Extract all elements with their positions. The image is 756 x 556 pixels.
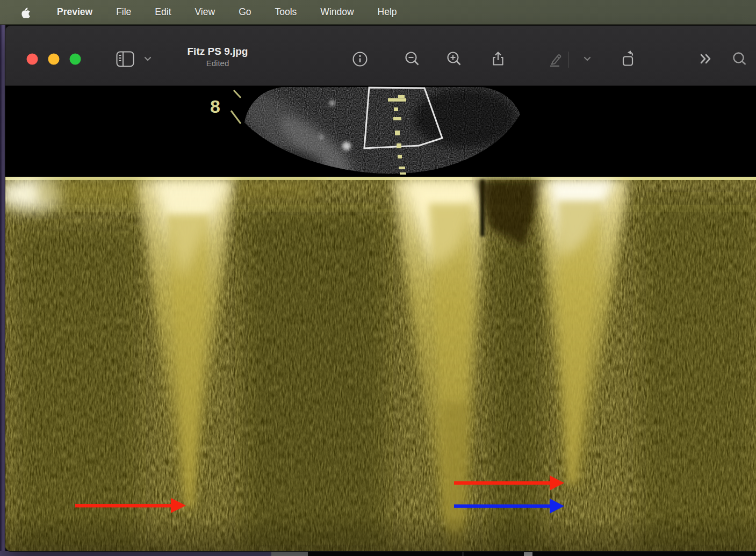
apple-menu-icon[interactable] <box>20 6 33 19</box>
menu-item-help[interactable]: Help <box>378 6 397 18</box>
menu-item-go[interactable]: Go <box>239 6 251 18</box>
menu-item-view[interactable]: View <box>195 6 215 18</box>
toolbar-divider <box>568 52 569 68</box>
depth-scale-label: 8 <box>210 96 220 117</box>
window-title-block: Fitz PS 9.jpg Edited <box>164 45 271 69</box>
menu-item-file[interactable]: File <box>116 6 131 18</box>
desktop-bottom-strip <box>0 551 271 556</box>
background-window-divider <box>462 551 464 556</box>
markup-chevron-down-icon[interactable] <box>582 54 600 72</box>
menu-item-preview[interactable]: Preview <box>57 6 92 18</box>
rotate-left-icon[interactable] <box>620 50 638 68</box>
close-button[interactable] <box>27 54 38 65</box>
sidebar-toggle-icon[interactable] <box>116 50 134 68</box>
window-title: Fitz PS 9.jpg <box>164 45 271 58</box>
menu-bar: Preview File Edit View Go Tools Window H… <box>0 0 756 25</box>
menu-item-edit[interactable]: Edit <box>155 6 171 18</box>
sidebar-chevron-down-icon[interactable] <box>142 54 161 72</box>
image-canvas: 8 <box>5 86 756 551</box>
mmode-trace-image <box>5 177 756 551</box>
zoom-in-icon[interactable] <box>445 50 464 68</box>
minimize-button[interactable] <box>48 54 60 65</box>
preview-window: Fitz PS 9.jpg Edited <box>5 26 756 551</box>
screen: Preview File Edit View Go Tools Window H… <box>0 0 756 556</box>
background-window-fragment <box>271 551 308 556</box>
menu-item-window[interactable]: Window <box>320 6 354 18</box>
markup-pencil-icon[interactable] <box>545 50 564 68</box>
trace-separator-line <box>5 177 756 180</box>
menu-item-tools[interactable]: Tools <box>275 6 297 18</box>
edited-status: Edited <box>164 58 271 69</box>
info-icon[interactable] <box>351 50 369 68</box>
search-icon[interactable] <box>731 50 749 68</box>
desktop-wallpaper-strip <box>0 25 5 556</box>
ultrasound-sector-image: 8 <box>5 86 756 177</box>
zoom-button[interactable] <box>70 54 81 65</box>
share-icon[interactable] <box>489 50 507 68</box>
zoom-out-icon[interactable] <box>404 50 422 68</box>
background-window-detail <box>524 552 532 556</box>
more-toolbar-items-icon[interactable] <box>697 50 716 68</box>
window-titlebar[interactable]: Fitz PS 9.jpg Edited <box>5 26 756 86</box>
